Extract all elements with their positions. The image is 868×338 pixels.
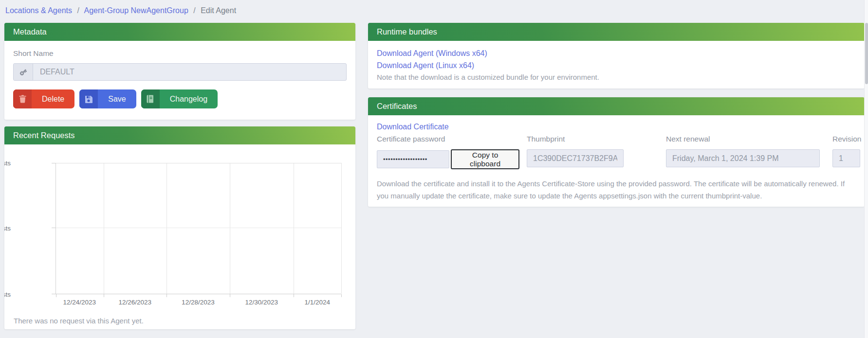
- breadcrumb-separator: /: [193, 6, 195, 15]
- changelog-book-icon: [141, 89, 160, 108]
- trash-icon: [13, 89, 32, 108]
- x-tick-label: 12/30/2023: [245, 299, 278, 306]
- certificate-password-masked-value: ••••••••••••••••••: [377, 150, 449, 168]
- x-tick-label: 12/26/2023: [118, 299, 151, 306]
- thumbprint-label: Thumbprint: [527, 135, 624, 143]
- no-requests-message: There was no request via this Agent yet.: [14, 317, 355, 325]
- certificate-password-label: Certificate password: [377, 135, 519, 143]
- changelog-button-label: Changelog: [160, 89, 218, 108]
- runtime-bundles-panel-title: Runtime bundles: [368, 23, 865, 41]
- x-tick-label: 12/24/2023: [63, 299, 96, 306]
- download-certificate-link[interactable]: Download Certificate: [377, 123, 449, 131]
- certificates-panel: Certificates Download Certificate Certif…: [368, 97, 865, 207]
- recent-requests-chart: 1 requests 1 requests 0 requests: [13, 144, 341, 309]
- x-tick-label: 12/28/2023: [182, 299, 215, 306]
- delete-button[interactable]: Delete: [13, 89, 74, 108]
- runtime-bundles-panel: Runtime bundles Download Agent (Windows …: [368, 23, 865, 89]
- download-agent-linux-link[interactable]: Download Agent (Linux x64): [377, 59, 856, 71]
- chart-x-axis: 12/24/2023 12/26/2023 12/28/2023 12/30/2…: [55, 294, 341, 309]
- certificates-note: Download the certificate and install it …: [377, 178, 856, 202]
- thumbprint-input: [527, 149, 624, 167]
- runtime-bundles-note: Note that the download is a customized b…: [377, 73, 856, 81]
- next-renewal-input: [666, 149, 820, 167]
- key-icon: [14, 64, 33, 80]
- revision-field-group: Revision: [832, 135, 860, 167]
- download-agent-windows-link[interactable]: Download Agent (Windows x64): [377, 47, 856, 59]
- short-name-input-group: [13, 63, 347, 81]
- next-renewal-field-group: Next renewal: [666, 135, 820, 167]
- x-tick-label: 1/1/2024: [304, 299, 330, 306]
- revision-label: Revision: [832, 135, 860, 143]
- certificate-password-field-group: Certificate password •••••••••••••••••• …: [377, 135, 519, 169]
- page-scrollbar-track[interactable]: [864, 0, 868, 338]
- short-name-label: Short Name: [13, 49, 347, 58]
- chart-plot-area: [55, 163, 341, 294]
- metadata-panel-title: Metadata: [4, 23, 355, 41]
- delete-button-label: Delete: [32, 89, 74, 108]
- breadcrumb-separator: /: [77, 6, 79, 15]
- metadata-panel: Metadata Short Name: [4, 23, 355, 120]
- page-scrollbar-thumb[interactable]: [865, 23, 868, 84]
- y-tick-label: 0 requests: [4, 291, 11, 298]
- revision-input: [832, 149, 860, 167]
- short-name-input[interactable]: [33, 64, 346, 80]
- y-tick-label: 1 requests: [4, 224, 11, 231]
- breadcrumb-current-edit-agent: Edit Agent: [201, 6, 236, 15]
- changelog-button[interactable]: Changelog: [141, 89, 218, 108]
- save-button[interactable]: Save: [79, 89, 136, 108]
- copy-to-clipboard-button[interactable]: Copy to clipboard: [451, 149, 519, 169]
- recent-requests-panel-title: Recent Requests: [4, 126, 355, 144]
- next-renewal-label: Next renewal: [666, 135, 820, 143]
- recent-requests-panel: Recent Requests 1 requests 1 requests 0 …: [4, 126, 355, 329]
- breadcrumb-locations-agents[interactable]: Locations & Agents: [5, 6, 72, 15]
- save-floppy-icon: [79, 89, 98, 108]
- y-tick-label: 1 requests: [4, 160, 11, 167]
- breadcrumb-agent-group[interactable]: Agent-Group NewAgentGroup: [84, 6, 188, 15]
- certificates-panel-title: Certificates: [368, 97, 865, 115]
- thumbprint-field-group: Thumbprint: [527, 135, 624, 167]
- save-button-label: Save: [98, 89, 136, 108]
- breadcrumb: Locations & Agents / Agent-Group NewAgen…: [0, 0, 868, 23]
